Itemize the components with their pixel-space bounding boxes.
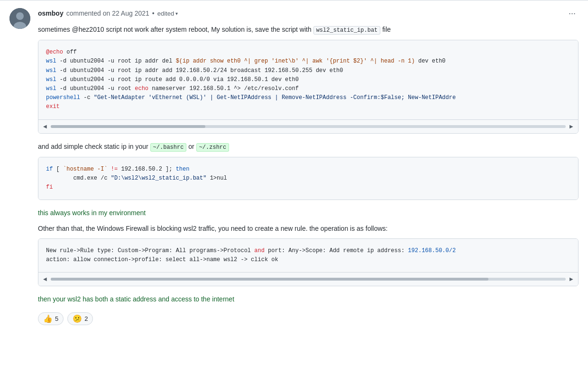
edited-label: edited [157, 10, 174, 17]
code-block-2-content: if [ `hostname -I` != 192.168.50.2 ]; th… [38, 157, 578, 200]
final-text: then your wsl2 has both a static address… [38, 295, 234, 303]
comment-meta: osmboy commented on 22 Aug 2021 • edited… [38, 9, 178, 17]
inline-code-bashrc: ~/.bashrc [150, 143, 187, 152]
code2-line-3: fi [46, 184, 53, 191]
code-line-1: @echo off [46, 49, 77, 55]
code-block-3: New rule->Rule type: Custom->Program: Al… [38, 238, 579, 286]
svg-point-1 [16, 12, 24, 20]
scroll-thumb-1[interactable] [51, 125, 205, 128]
code-block-2: if [ `hostname -I` != 192.168.50.2 ]; th… [38, 157, 579, 200]
code-line-3: wsl -d ubuntu2004 -u root ip addr add 19… [46, 67, 343, 74]
final-paragraph: then your wsl2 has both a static address… [38, 294, 579, 304]
scroll-track-3[interactable] [51, 278, 566, 281]
comment-section: osmboy commented on 22 Aug 2021 • edited… [0, 0, 588, 333]
intro-suffix: file [382, 26, 391, 33]
thumbsup-emoji: 👍 [43, 314, 53, 323]
confused-count: 2 [84, 315, 88, 322]
scroll-left-arrow-3[interactable]: ◀ [42, 274, 48, 284]
code-line-6: powershell -c "Get-NetAdapter 'vEthernet… [46, 94, 456, 101]
edited-badge[interactable]: edited ▾ [157, 10, 178, 17]
scroll-right-arrow-1[interactable]: ▶ [569, 122, 574, 131]
code-line-4: wsl -d ubuntu2004 -u root ip route add 0… [46, 76, 299, 83]
code-block-3-content: New rule->Rule type: Custom->Program: Al… [38, 239, 578, 272]
code-scrollbar-3[interactable]: ◀ ▶ [38, 272, 578, 286]
middle-or-text: or [188, 143, 194, 150]
more-options-button[interactable]: ··· [566, 8, 579, 18]
comment-header: osmboy commented on 22 Aug 2021 • edited… [38, 8, 579, 18]
code-block-1-content: @echo off wsl -d ubuntu2004 -u root ip a… [38, 40, 578, 119]
avatar [9, 8, 30, 29]
thumbsup-count: 5 [55, 315, 58, 322]
comment-date: commented on 22 Aug 2021 [66, 9, 149, 17]
comment-author[interactable]: osmboy [38, 9, 64, 17]
middle-text: and add simple check static ip in your [38, 143, 148, 150]
code-line-2: wsl -d ubuntu2004 -u root ip addr del $(… [46, 58, 446, 64]
outro-paragraph-2: Other than that, the Windows Firewall is… [38, 223, 579, 234]
code-scrollbar-1[interactable]: ◀ ▶ [38, 119, 578, 133]
scroll-right-arrow-3[interactable]: ▶ [569, 274, 574, 284]
intro-paragraph: sometimes @hez2010 script not work after… [38, 24, 579, 35]
code3-line-1: New rule->Rule type: Custom->Program: Al… [46, 247, 456, 254]
code-line-7: exit [46, 103, 60, 110]
reaction-thumbsup-button[interactable]: 👍 5 [38, 312, 64, 325]
code3-line-2: action: allow connection->profile: selec… [46, 256, 278, 263]
avatar-image [9, 8, 30, 29]
confused-emoji: 😕 [73, 314, 82, 323]
code2-line-1: if [ `hostname -I` != 192.168.50.2 ]; th… [46, 166, 189, 173]
chevron-down-icon: ▾ [175, 11, 178, 16]
middle-paragraph: and add simple check static ip in your ~… [38, 141, 579, 152]
code-line-5: wsl -d ubuntu2004 -u root echo nameserve… [46, 85, 299, 92]
intro-text: sometimes @hez2010 script not work after… [38, 26, 312, 33]
scroll-left-arrow-1[interactable]: ◀ [42, 122, 48, 131]
comment-body: osmboy commented on 22 Aug 2021 • edited… [38, 8, 579, 325]
code-block-1: @echo off wsl -d ubuntu2004 -u root ip a… [38, 40, 579, 133]
inline-code-bat: wsl2_static_ip.bat [313, 26, 381, 35]
reaction-bar: 👍 5 😕 2 [38, 312, 579, 325]
scroll-track-1[interactable] [51, 125, 566, 128]
outro-text-2: Other than that, the Windows Firewall is… [38, 225, 387, 232]
outro-text-1: this always works in my environment [38, 209, 146, 217]
reaction-confused-button[interactable]: 😕 2 [67, 312, 93, 325]
inline-code-zshrc: ~/.zshrc [196, 143, 230, 152]
comment-content: sometimes @hez2010 script not work after… [38, 24, 579, 305]
code2-line-2: cmd.exe /c "D:\wsl2\wsl2_static_ip.bat" … [46, 175, 227, 182]
scroll-thumb-3[interactable] [51, 278, 488, 281]
outro-paragraph-1: this always works in my environment [38, 208, 579, 218]
